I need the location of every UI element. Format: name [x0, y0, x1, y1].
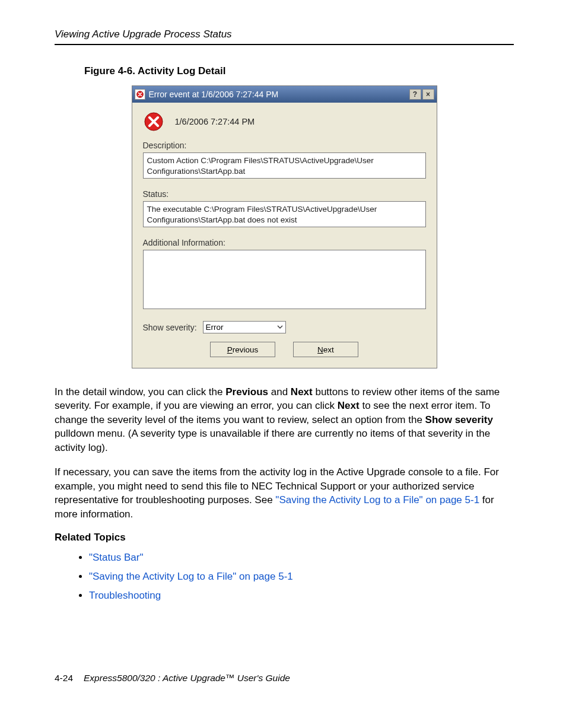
status-text: The executable C:\Program Files\STRATUS\…	[143, 201, 426, 227]
p1-text-c: and	[268, 386, 291, 398]
p1-bold-next2: Next	[338, 400, 360, 411]
event-timestamp: 1/6/2006 7:27:44 PM	[175, 117, 255, 126]
error-icon	[143, 111, 164, 132]
p1-bold-previous: Previous	[225, 386, 268, 398]
status-label: Status:	[143, 189, 426, 199]
p1-bold-next: Next	[291, 386, 313, 398]
previous-rest: revious	[233, 345, 259, 354]
figure-caption: Figure 4-6. Activity Log Detail	[84, 65, 514, 77]
link-troubleshooting[interactable]: Troubleshooting	[89, 590, 161, 601]
p1-text-i: pulldown menu. (A severity type is unava…	[55, 428, 490, 453]
next-button[interactable]: Next	[293, 342, 358, 357]
link-saving-activity-log-2[interactable]: "Saving the Activity Log to a File" on p…	[89, 571, 293, 582]
error-x-icon	[135, 89, 145, 100]
close-button[interactable]: ×	[422, 89, 434, 100]
additional-info-label: Additional Information:	[143, 238, 426, 247]
related-topics-list: "Status Bar" "Saving the Activity Log to…	[55, 552, 514, 602]
footer-title: Express5800/320 : Active Upgrade™ User's…	[84, 673, 290, 684]
dialog-body: 1/6/2006 7:27:44 PM Description: Custom …	[132, 103, 437, 368]
page-number: 4-24	[55, 673, 73, 684]
next-rest: ext	[323, 345, 334, 354]
chevron-down-icon	[277, 323, 283, 332]
description-label: Description:	[143, 141, 426, 150]
page-footer: 4-24 Express5800/320 : Active Upgrade™ U…	[55, 673, 514, 684]
link-status-bar[interactable]: "Status Bar"	[89, 552, 143, 563]
previous-underline: P	[227, 345, 233, 354]
next-underline: N	[317, 345, 323, 354]
list-item: "Saving the Activity Log to a File" on p…	[89, 571, 514, 583]
body-paragraph-2: If necessary, you can save the items fro…	[55, 465, 514, 521]
previous-button[interactable]: Previous	[210, 342, 275, 357]
dialog-screenshot: Error event at 1/6/2006 7:27:44 PM ? × 1…	[55, 85, 514, 368]
p1-text-a: In the detail window, you can click the	[55, 386, 225, 398]
list-item: Troubleshooting	[89, 590, 514, 602]
header-rule	[55, 44, 514, 45]
list-item: "Status Bar"	[89, 552, 514, 564]
dialog-titlebar: Error event at 1/6/2006 7:27:44 PM ? ×	[132, 86, 437, 103]
help-button[interactable]: ?	[409, 89, 421, 100]
running-header: Viewing Active Upgrade Process Status	[55, 28, 514, 40]
p1-bold-showsev: Show severity	[425, 414, 493, 425]
additional-info-text	[143, 250, 426, 309]
body-paragraph-1: In the detail window, you can click the …	[55, 385, 514, 454]
related-topics-heading: Related Topics	[55, 532, 514, 543]
description-text: Custom Action C:\Program Files\STRATUS\A…	[143, 152, 426, 179]
show-severity-select[interactable]: Error	[203, 321, 286, 333]
show-severity-label: Show severity:	[143, 323, 197, 332]
show-severity-value: Error	[206, 323, 224, 332]
error-event-dialog: Error event at 1/6/2006 7:27:44 PM ? × 1…	[132, 85, 437, 368]
link-saving-activity-log[interactable]: "Saving the Activity Log to a File" on p…	[275, 494, 479, 506]
dialog-title: Error event at 1/6/2006 7:27:44 PM	[149, 90, 409, 99]
